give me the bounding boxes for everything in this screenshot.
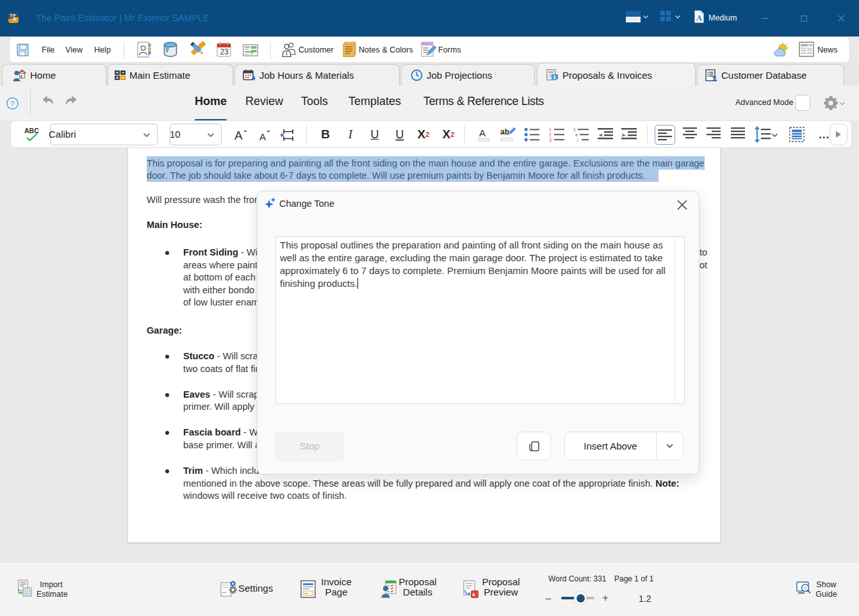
- svg-text:ABC: ABC: [24, 127, 39, 134]
- svg-text:A: A: [234, 129, 243, 142]
- svg-text:A: A: [479, 127, 486, 138]
- svg-text:1: 1: [573, 127, 576, 132]
- svg-text:a: a: [575, 133, 578, 137]
- svg-text:A: A: [696, 13, 702, 22]
- svg-text:$: $: [553, 75, 556, 80]
- svg-text:NEWS: NEWS: [801, 44, 808, 47]
- svg-text:ab: ab: [500, 127, 509, 136]
- svg-text:?: ?: [10, 100, 14, 108]
- svg-text:A: A: [259, 131, 266, 142]
- svg-text:3: 3: [549, 138, 552, 142]
- svg-text:2: 2: [549, 133, 552, 137]
- svg-text:A: A: [472, 592, 475, 597]
- svg-text:23: 23: [220, 47, 229, 56]
- svg-text:i: i: [577, 138, 578, 142]
- svg-text:1: 1: [549, 127, 552, 132]
